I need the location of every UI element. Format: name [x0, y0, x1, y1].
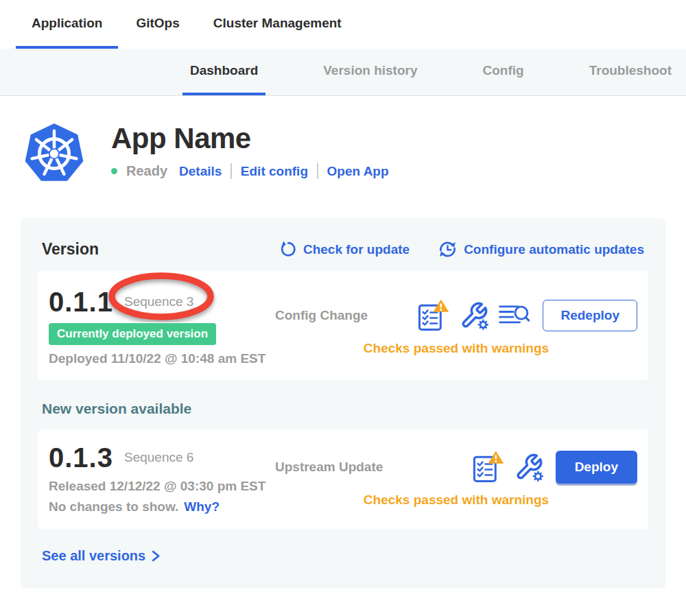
current-checks-status: Checks passed with warnings [275, 341, 637, 356]
current-version-number: 0.1.1 [49, 287, 113, 318]
preflight-checklist-warning-icon[interactable] [473, 451, 504, 484]
tab-config[interactable]: Config [475, 49, 532, 95]
divider [230, 163, 232, 179]
tab-gitops[interactable]: GitOps [120, 0, 195, 49]
tab-application[interactable]: Application [16, 0, 118, 49]
preflight-checklist-warning-icon[interactable] [418, 299, 449, 332]
released-timestamp: Released 12/12/22 @ 03:30 pm EST [49, 479, 275, 494]
current-version-sequence: Sequence 3 [124, 294, 193, 309]
tab-dashboard[interactable]: Dashboard [182, 49, 265, 95]
why-link[interactable]: Why? [184, 499, 220, 514]
no-changes-note: No changes to show. [49, 499, 178, 514]
new-version-number: 0.1.3 [49, 442, 113, 473]
config-wrench-icon[interactable] [460, 301, 488, 330]
config-wrench-icon[interactable] [514, 453, 543, 482]
current-version-card: 0.1.1 Sequence 3 Currently deployed vers… [38, 271, 648, 380]
new-version-heading: New version available [42, 401, 648, 417]
open-app-link[interactable]: Open App [327, 164, 389, 179]
status-label: Ready [126, 163, 167, 179]
divider [317, 163, 318, 179]
tab-cluster-management[interactable]: Cluster Management [198, 0, 357, 49]
details-link[interactable]: Details [179, 164, 222, 179]
check-for-update-link[interactable]: Check for update [279, 240, 410, 259]
secondary-nav: Dashboard Version history Config Trouble… [0, 49, 686, 96]
redeploy-button[interactable]: Redeploy [543, 300, 637, 331]
kubernetes-logo-icon [23, 122, 85, 187]
currently-deployed-badge: Currently deployed version [49, 323, 216, 345]
page-title: App Name [111, 122, 389, 155]
tab-troubleshoot[interactable]: Troubleshoot [582, 49, 679, 95]
version-panel-title: Version [42, 240, 99, 259]
app-header: App Name Ready Details Edit config Open … [0, 96, 686, 187]
new-version-card: 0.1.3 Sequence 6 Released 12/12/22 @ 03:… [38, 429, 648, 529]
status-dot-icon [111, 168, 117, 174]
current-version-source: Config Change [275, 308, 368, 323]
tab-version-history[interactable]: Version history [316, 49, 425, 95]
refresh-icon [279, 241, 296, 258]
deploy-button[interactable]: Deploy [556, 451, 637, 484]
clock-refresh-icon [438, 240, 457, 259]
edit-config-link[interactable]: Edit config [241, 164, 308, 179]
deployed-timestamp: Deployed 11/10/22 @ 10:48 am EST [49, 351, 275, 366]
new-checks-status: Checks passed with warnings [275, 493, 637, 508]
version-panel: Version Check for update Configure autom… [21, 218, 665, 589]
configure-automatic-updates-link[interactable]: Configure automatic updates [438, 240, 644, 259]
primary-nav: Application GitOps Cluster Management [0, 0, 686, 49]
see-all-versions-link[interactable]: See all versions [42, 548, 161, 564]
new-version-source: Upstream Update [275, 460, 383, 475]
chevron-right-icon [152, 550, 161, 562]
new-version-sequence: Sequence 6 [124, 450, 193, 465]
view-files-icon[interactable] [499, 303, 530, 328]
